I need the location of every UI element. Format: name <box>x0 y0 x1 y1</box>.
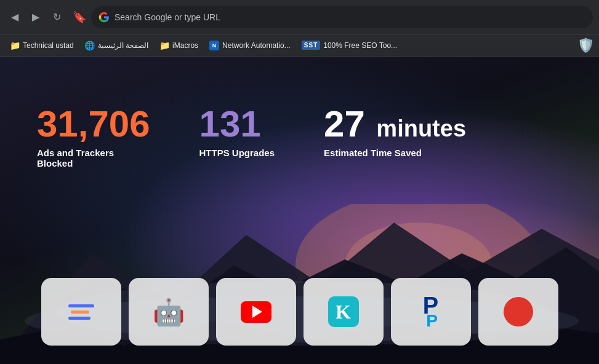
tile-steadytune[interactable] <box>41 278 121 346</box>
bookmark-item-network-automation[interactable]: N Network Automatio... <box>204 38 295 53</box>
reddot-icon <box>500 293 537 330</box>
robot-icon: 🤖 <box>150 293 187 330</box>
stat-https-number: 131 <box>199 106 275 143</box>
youtube-icon <box>238 293 275 330</box>
bookmark-label: Network Automatio... <box>222 41 291 50</box>
globe-icon: 🌐 <box>85 41 95 50</box>
bookmark-item-technical-ustad[interactable]: 📁 Technical ustad <box>5 38 79 53</box>
bookmark-item-al-safahat[interactable]: 🌐 الصفحة الرئيسية <box>80 38 153 53</box>
klarna-icon: K <box>325 293 362 330</box>
tile-youtube[interactable] <box>216 278 296 346</box>
tiles-section: 🤖 K P P <box>41 278 558 346</box>
sst-badge-icon: SST <box>302 41 320 50</box>
refresh-button[interactable]: ↻ <box>48 9 65 26</box>
stat-time-number: 27 minutes <box>324 106 466 143</box>
google-logo-icon <box>98 12 110 23</box>
profile-button[interactable]: 🛡️ <box>577 37 594 54</box>
tile-reddot[interactable] <box>478 278 558 346</box>
bookmark-item-imacros[interactable]: 📁 iMacros <box>155 38 203 53</box>
bookmarks-bar: 📁 Technical ustad 🌐 الصفحة الرئيسية 📁 iM… <box>0 34 599 57</box>
bookmark-label: iMacros <box>172 41 198 50</box>
back-button[interactable]: ◀ <box>6 9 23 26</box>
bookmark-button[interactable]: 🔖 <box>73 10 86 24</box>
stat-ads-blocked-number: 31,706 <box>37 106 150 143</box>
brave-shield-icon: 🛡️ <box>577 38 594 53</box>
address-bar-text: Search Google or type URL <box>115 12 585 22</box>
stat-ads-blocked: 31,706 Ads and Trackers Blocked <box>37 106 150 168</box>
stat-ads-blocked-label: Ads and Trackers Blocked <box>37 148 148 168</box>
address-bar[interactable]: Search Google or type URL <box>91 6 593 28</box>
forward-button[interactable]: ▶ <box>27 9 44 26</box>
equalizer-icon <box>63 293 100 330</box>
stat-https-label: HTTPS Upgrades <box>199 148 275 158</box>
stats-section: 31,706 Ads and Trackers Blocked 131 HTTP… <box>37 106 466 168</box>
new-tab-content: 31,706 Ads and Trackers Blocked 131 HTTP… <box>0 57 599 364</box>
stat-time-label: Estimated Time Saved <box>324 148 435 158</box>
bookmark-item-seo-tool[interactable]: SST 100% Free SEO Too... <box>297 38 402 52</box>
bookmark-label: Technical ustad <box>23 41 74 50</box>
tile-klarna[interactable]: K <box>304 278 384 346</box>
tile-paypal[interactable]: P P <box>391 278 471 346</box>
bookmark-label: 100% Free SEO Too... <box>323 41 397 50</box>
paypal-icon: P P <box>412 293 449 330</box>
tile-robot[interactable]: 🤖 <box>129 278 209 346</box>
folder-icon: 📁 <box>10 41 20 50</box>
app-icon: N <box>209 41 219 50</box>
browser-toolbar: ◀ ▶ ↻ 🔖 Search Google or type URL <box>0 0 599 34</box>
stat-https-upgrades: 131 HTTPS Upgrades <box>199 106 275 158</box>
nav-buttons: ◀ ▶ ↻ <box>6 9 65 26</box>
bookmark-label: الصفحة الرئيسية <box>98 41 148 50</box>
folder-icon: 📁 <box>159 41 169 50</box>
stat-time-saved: 27 minutes Estimated Time Saved <box>324 106 466 158</box>
